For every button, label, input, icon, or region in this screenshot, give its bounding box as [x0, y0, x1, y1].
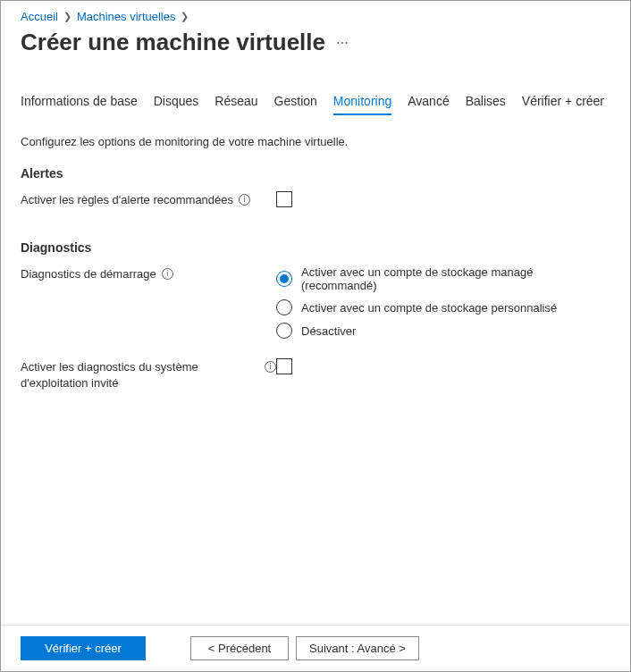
info-icon[interactable]: i	[239, 194, 250, 206]
boot-diagnostics-radio-group: Activer avec un compte de stockage manag…	[276, 265, 610, 339]
footer: Vérifier + créer < Précédent Suivant : A…	[1, 625, 630, 671]
tab-monitoring[interactable]: Monitoring	[333, 94, 391, 115]
tab-review-create[interactable]: Vérifier + créer	[522, 94, 604, 115]
section-alerts-heading: Alertes	[21, 166, 610, 181]
breadcrumb-home[interactable]: Accueil	[21, 10, 58, 23]
radio-label: Activer avec un compte de stockage manag…	[301, 265, 610, 292]
tab-network[interactable]: Réseau	[215, 94, 257, 115]
breadcrumb-vms[interactable]: Machines virtuelles	[77, 10, 176, 23]
enable-recommended-alerts-label: Activer les règles d'alerte recommandées	[21, 192, 233, 208]
intro-text: Configurez les options de monitoring de …	[21, 135, 610, 148]
section-diagnostics-heading: Diagnostics	[21, 240, 610, 255]
info-icon[interactable]: i	[265, 361, 276, 373]
boot-diagnostics-label: Diagnostics de démarrage	[21, 266, 156, 282]
boot-diag-option-disable[interactable]: Désactiver	[276, 323, 610, 339]
enable-recommended-alerts-checkbox[interactable]	[276, 191, 292, 207]
radio-icon	[276, 323, 292, 339]
radio-label: Désactiver	[301, 324, 356, 338]
review-create-button[interactable]: Vérifier + créer	[21, 636, 146, 660]
tab-basics[interactable]: Informations de base	[21, 94, 138, 115]
boot-diag-option-custom[interactable]: Activer avec un compte de stockage perso…	[276, 299, 610, 315]
radio-label: Activer avec un compte de stockage perso…	[301, 301, 557, 315]
guest-os-diagnostics-label: Activer les diagnostics du système d'exp…	[21, 359, 259, 391]
guest-os-diagnostics-checkbox[interactable]	[276, 358, 292, 374]
tab-management[interactable]: Gestion	[274, 94, 317, 115]
radio-icon	[276, 299, 292, 315]
radio-icon	[276, 271, 292, 287]
next-button[interactable]: Suivant : Avancé >	[296, 636, 419, 660]
page-title: Créer une machine virtuelle	[21, 29, 325, 56]
boot-diag-option-managed[interactable]: Activer avec un compte de stockage manag…	[276, 265, 610, 292]
breadcrumb: Accueil ❯ Machines virtuelles ❯	[21, 10, 610, 23]
previous-button[interactable]: < Précédent	[190, 636, 289, 660]
tab-disks[interactable]: Disques	[154, 94, 199, 115]
tabs: Informations de base Disques Réseau Gest…	[21, 94, 610, 115]
chevron-right-icon: ❯	[181, 11, 189, 22]
tab-advanced[interactable]: Avancé	[408, 94, 449, 115]
more-actions-icon[interactable]: ⋯	[336, 36, 349, 50]
chevron-right-icon: ❯	[63, 11, 72, 22]
info-icon[interactable]: i	[162, 268, 173, 280]
tab-tags[interactable]: Balises	[466, 94, 506, 115]
